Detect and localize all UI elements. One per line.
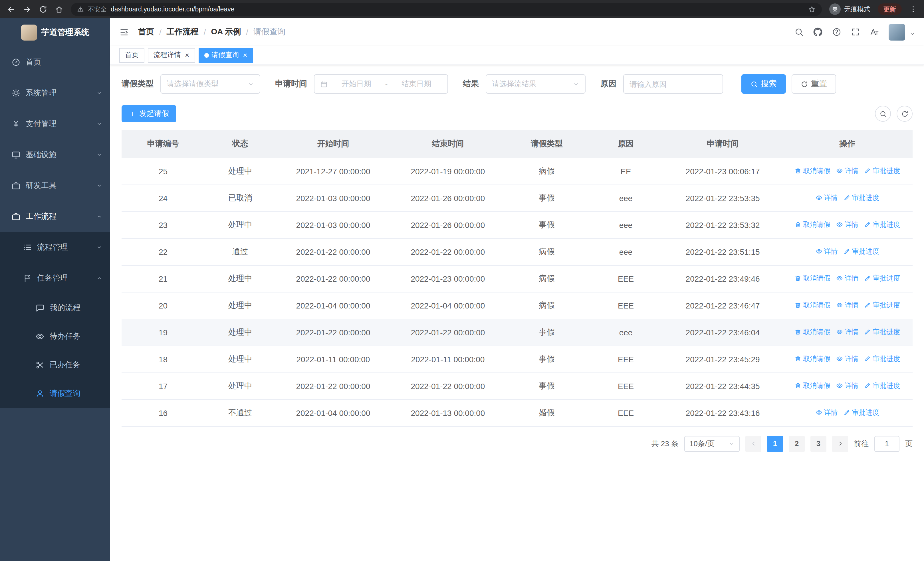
sidebar-item-infrastructure[interactable]: 基础设施 (0, 139, 110, 170)
audit-progress-link[interactable]: 审批进度 (864, 274, 900, 283)
audit-progress-link[interactable]: 审批进度 (843, 408, 879, 418)
refresh-table-button[interactable] (897, 106, 913, 122)
browser-home-icon[interactable] (55, 5, 63, 14)
breadcrumb-item-workflow[interactable]: 工作流程 (166, 27, 199, 37)
audit-progress-link[interactable]: 审批进度 (864, 220, 900, 230)
table-cell: 19 (122, 319, 205, 346)
prev-page-button[interactable] (746, 436, 761, 451)
sidebar-toggle-icon[interactable] (119, 27, 129, 37)
page-button-3[interactable]: 3 (810, 436, 826, 451)
trash-icon (795, 302, 801, 309)
sidebar-item-home[interactable]: 首页 (0, 47, 110, 78)
result-select[interactable]: 请选择流结果 (486, 74, 585, 94)
page-button-1[interactable]: 1 (767, 436, 783, 451)
leave-type-select[interactable]: 请选择请假类型 (160, 74, 260, 94)
table-cell: 2022-01-03 00:00:00 (276, 185, 391, 211)
github-icon[interactable] (813, 27, 822, 36)
create-leave-button[interactable]: 发起请假 (122, 105, 176, 122)
font-size-icon[interactable] (870, 27, 879, 36)
user-avatar[interactable] (889, 24, 905, 40)
detail-link[interactable]: 详情 (836, 354, 858, 364)
search-button[interactable]: 搜索 (741, 74, 786, 94)
table-cell: 2022-01-22 23:51:15 (663, 238, 782, 265)
audit-progress-link[interactable]: 审批进度 (864, 301, 900, 310)
sidebar-item-label: 基础设施 (26, 150, 57, 160)
help-icon[interactable] (832, 27, 841, 36)
table-cell: 17 (122, 373, 205, 399)
fullscreen-icon[interactable] (851, 27, 860, 36)
page-jump-input[interactable] (874, 436, 900, 451)
sidebar-item-task-management[interactable]: 任务管理 (0, 263, 110, 294)
table-row: 24已取消2022-01-03 00:00:002022-01-26 00:00… (122, 185, 913, 211)
sidebar-item-my-process[interactable]: 我的流程 (0, 294, 110, 322)
cancel-leave-link[interactable]: 取消请假 (795, 220, 830, 230)
breadcrumb-item-home[interactable]: 首页 (138, 27, 154, 37)
sidebar-item-label: 已办任务 (50, 360, 81, 370)
detail-link[interactable]: 详情 (836, 301, 858, 310)
reset-button[interactable]: 重置 (792, 74, 836, 94)
detail-link[interactable]: 详情 (815, 193, 837, 203)
browser-reload-icon[interactable] (39, 5, 47, 14)
breadcrumb-item-oa-example[interactable]: OA 示例 (211, 27, 241, 37)
table-cell: 2022-01-26 00:00:00 (390, 211, 505, 238)
sidebar-item-leave-query[interactable]: 请假查询 (0, 379, 110, 408)
audit-progress-link[interactable]: 审批进度 (843, 247, 879, 257)
audit-progress-link[interactable]: 审批进度 (864, 354, 900, 364)
table-cell: 2022-01-19 00:00:00 (390, 158, 505, 185)
table-cell: 21 (122, 265, 205, 292)
browser-menu-icon[interactable] (909, 5, 917, 13)
update-button[interactable]: 更新 (878, 3, 902, 15)
page-button-2[interactable]: 2 (789, 436, 805, 451)
detail-link[interactable]: 详情 (815, 408, 837, 418)
user-menu-caret-icon[interactable] (910, 31, 915, 36)
sidebar-item-process-management[interactable]: 流程管理 (0, 232, 110, 263)
detail-link[interactable]: 详情 (836, 327, 858, 337)
apply-time-range-picker[interactable]: 开始日期 - 结束日期 (314, 74, 448, 94)
sidebar-item-workflow[interactable]: 工作流程 (0, 201, 110, 232)
tab-close-icon[interactable]: × (185, 51, 189, 59)
detail-link[interactable]: 详情 (836, 274, 858, 283)
tab-leave-query[interactable]: 请假查询× (198, 48, 253, 63)
cancel-leave-link[interactable]: 取消请假 (795, 381, 830, 391)
sidebar-item-todo-tasks[interactable]: 待办任务 (0, 322, 110, 351)
not-secure-warning-icon[interactable] (77, 6, 84, 12)
table-toolbar: 发起请假 (122, 105, 913, 122)
tab-close-icon[interactable]: × (243, 51, 247, 59)
detail-link[interactable]: 详情 (836, 166, 858, 176)
header-search-icon[interactable] (795, 27, 804, 36)
search-button-label: 搜索 (761, 79, 777, 89)
sidebar-item-payment[interactable]: 支付管理 (0, 108, 110, 139)
cancel-leave-link[interactable]: 取消请假 (795, 166, 830, 176)
sidebar-item-done-tasks[interactable]: 已办任务 (0, 351, 110, 379)
cancel-leave-link[interactable]: 取消请假 (795, 274, 830, 283)
cancel-leave-link[interactable]: 取消请假 (795, 301, 830, 310)
app-logo[interactable]: 芋道管理系统 (0, 18, 110, 47)
audit-progress-link[interactable]: 审批进度 (843, 193, 879, 203)
table-cell: 事假 (505, 185, 588, 211)
toggle-search-button[interactable] (875, 106, 891, 122)
edit-icon (843, 248, 850, 255)
cancel-leave-link[interactable]: 取消请假 (795, 327, 830, 337)
next-page-button[interactable] (832, 436, 848, 451)
reason-input[interactable] (623, 74, 723, 94)
detail-link[interactable]: 详情 (836, 220, 858, 230)
table-cell: 22 (122, 238, 205, 265)
audit-progress-link[interactable]: 审批进度 (864, 166, 900, 176)
sidebar-item-system[interactable]: 系统管理 (0, 78, 110, 108)
breadcrumb-separator: / (246, 27, 248, 36)
audit-progress-link[interactable]: 审批进度 (864, 381, 900, 391)
breadcrumb-separator: / (204, 27, 206, 36)
sidebar-item-devtools[interactable]: 研发工具 (0, 170, 110, 201)
eye-icon (836, 356, 843, 362)
cancel-leave-link[interactable]: 取消请假 (795, 354, 830, 364)
tab-process-detail[interactable]: 流程详情× (148, 48, 195, 63)
tab-home[interactable]: 首页 (119, 48, 144, 63)
detail-link[interactable]: 详情 (815, 247, 837, 257)
browser-back-icon[interactable] (7, 5, 15, 14)
bookmark-star-icon[interactable] (808, 5, 816, 13)
page-size-select[interactable]: 10条/页 (684, 436, 740, 451)
audit-progress-link[interactable]: 审批进度 (864, 327, 900, 337)
url-bar[interactable]: 不安全 dashboard.yudao.iocoder.cn/bpm/oa/le… (71, 3, 822, 16)
browser-forward-icon[interactable] (23, 5, 32, 14)
detail-link[interactable]: 详情 (836, 381, 858, 391)
